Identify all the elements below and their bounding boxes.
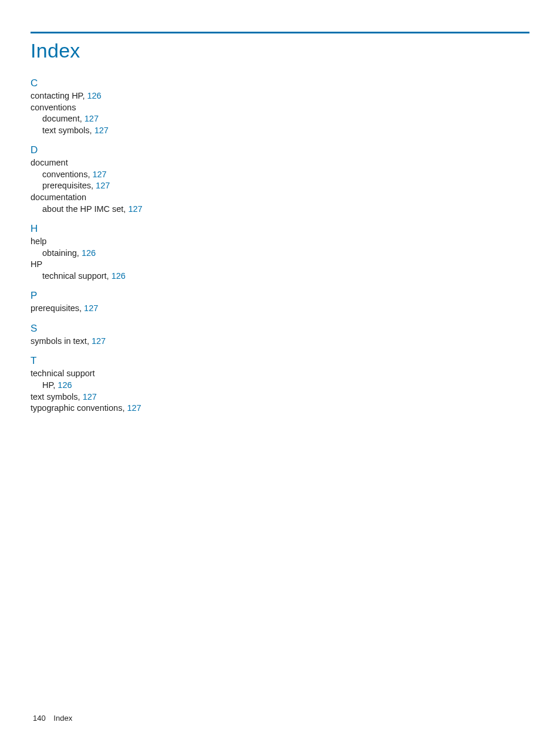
index-entry-text: text symbols, (42, 126, 92, 135)
index-subentry: document, 127 (31, 113, 529, 125)
index-letter-d: D (31, 144, 529, 156)
index-entry: text symbols, 127 (31, 391, 529, 403)
index-entry-text: typographic conventions, (31, 403, 124, 413)
index-page-link[interactable]: 127 (85, 114, 99, 123)
index-entry: typographic conventions, 127 (31, 403, 529, 414)
index-entry-text: help (31, 237, 46, 246)
index-entry: prerequisites, 127 (31, 303, 529, 315)
index-entry-text: documentation (31, 193, 86, 202)
index-entry-text: HP, (42, 380, 55, 390)
index-subentry: conventions, 127 (31, 169, 529, 181)
index-page-link[interactable]: 126 (82, 248, 96, 258)
index-subentry: prerequisites, 127 (31, 180, 529, 192)
index-entry-text: technical support, (42, 271, 109, 281)
index-letter-h: H (31, 223, 529, 235)
index-subentry: about the HP IMC set, 127 (31, 204, 529, 215)
index-page-link[interactable]: 127 (127, 403, 141, 413)
index-entry: HP (31, 259, 529, 271)
index-subentry: text symbols, 127 (31, 125, 529, 137)
index-entry-text: symbols in text, (31, 336, 89, 346)
index-page-link[interactable]: 126 (58, 380, 72, 390)
index-page-link[interactable]: 127 (96, 181, 110, 190)
index-entry-text: prerequisites, (31, 303, 82, 313)
index-page-link[interactable]: 127 (92, 336, 106, 346)
index-letter-t: T (31, 355, 529, 367)
index-entry-text: obtaining, (42, 248, 79, 258)
index-entry: symbols in text, 127 (31, 336, 529, 347)
page-footer: 140 Index (33, 714, 72, 723)
index-letter-c: C (31, 77, 529, 89)
index-entry-text: contacting HP, (31, 91, 85, 100)
index-entry-text: text symbols, (31, 392, 80, 401)
index-page-link[interactable]: 126 (87, 91, 101, 100)
index-entry-text: document (31, 158, 68, 167)
index-entry-text: HP (31, 259, 42, 269)
index-page-link[interactable]: 127 (83, 392, 97, 401)
index-entry: conventions (31, 102, 529, 114)
index-entry: help (31, 236, 529, 248)
index-entry: contacting HP, 126 (31, 90, 529, 102)
footer-label: Index (53, 714, 72, 723)
index-entry: document (31, 157, 529, 169)
index-entry-text: about the HP IMC set, (42, 204, 126, 214)
footer-page-number: 140 (33, 714, 46, 723)
index-subentry: HP, 126 (31, 380, 529, 391)
index-page-link[interactable]: 127 (92, 170, 106, 179)
top-rule (31, 32, 529, 33)
index-letter-s: S (31, 323, 529, 335)
index-entry-text: conventions (31, 103, 76, 112)
page-title: Index (31, 39, 529, 62)
index-entry: documentation (31, 192, 529, 204)
index-entry-text: conventions, (42, 170, 90, 179)
index-entry-text: document, (42, 114, 82, 123)
index-subentry: technical support, 126 (31, 271, 529, 282)
index-entry-text: prerequisites, (42, 181, 93, 190)
index-entry: technical support (31, 368, 529, 380)
index-letter-p: P (31, 290, 529, 302)
index-entry-text: technical support (31, 369, 95, 378)
index-page-link[interactable]: 127 (95, 126, 109, 135)
index-page-link[interactable]: 126 (112, 271, 126, 281)
index-subentry: obtaining, 126 (31, 248, 529, 259)
index-page-link[interactable]: 127 (128, 204, 142, 214)
index-page-link[interactable]: 127 (84, 303, 98, 313)
